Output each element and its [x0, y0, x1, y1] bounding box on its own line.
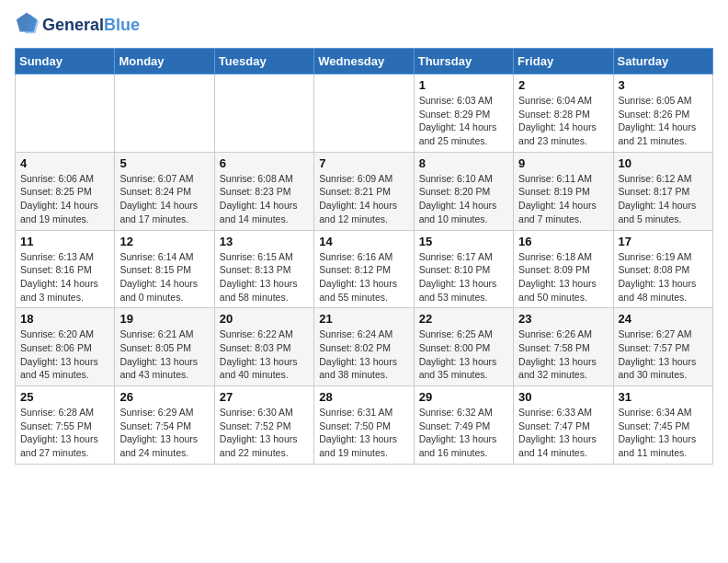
- day-info: Sunrise: 6:29 AM Sunset: 7:54 PM Dayligh…: [119, 406, 209, 460]
- day-info: Sunrise: 6:17 AM Sunset: 8:10 PM Dayligh…: [419, 250, 508, 304]
- day-number: 15: [419, 235, 508, 248]
- calendar-table: SundayMondayTuesdayWednesdayThursdayFrid…: [15, 48, 713, 465]
- day-number: 28: [319, 390, 408, 404]
- day-number: 4: [20, 156, 109, 170]
- header-day-tuesday: Tuesday: [214, 49, 313, 75]
- calendar-cell: 2Sunrise: 6:04 AM Sunset: 8:28 PM Daylig…: [514, 75, 613, 153]
- header-day-friday: Friday: [514, 49, 613, 75]
- day-info: Sunrise: 6:33 AM Sunset: 7:47 PM Dayligh…: [518, 406, 608, 460]
- calendar-cell: 16Sunrise: 6:18 AM Sunset: 8:09 PM Dayli…: [514, 230, 613, 308]
- calendar-cell: 6Sunrise: 6:08 AM Sunset: 8:23 PM Daylig…: [214, 152, 313, 230]
- day-number: 26: [119, 390, 209, 404]
- day-info: Sunrise: 6:24 AM Sunset: 8:02 PM Dayligh…: [319, 327, 408, 382]
- calendar-cell: 24Sunrise: 6:27 AM Sunset: 7:57 PM Dayli…: [613, 308, 712, 386]
- day-info: Sunrise: 6:15 AM Sunset: 8:13 PM Dayligh…: [220, 250, 309, 304]
- calendar-cell: 11Sunrise: 6:13 AM Sunset: 8:16 PM Dayli…: [16, 230, 115, 308]
- day-info: Sunrise: 6:20 AM Sunset: 8:06 PM Dayligh…: [20, 327, 109, 382]
- week-row-4: 18Sunrise: 6:20 AM Sunset: 8:06 PM Dayli…: [16, 308, 713, 386]
- day-info: Sunrise: 6:06 AM Sunset: 8:25 PM Dayligh…: [20, 172, 109, 226]
- calendar-body: 1Sunrise: 6:03 AM Sunset: 8:29 PM Daylig…: [16, 75, 713, 465]
- calendar-cell: 19Sunrise: 6:21 AM Sunset: 8:05 PM Dayli…: [115, 308, 214, 386]
- header-day-sunday: Sunday: [16, 49, 115, 75]
- calendar-cell: 31Sunrise: 6:34 AM Sunset: 7:45 PM Dayli…: [613, 386, 712, 465]
- calendar-cell: 18Sunrise: 6:20 AM Sunset: 8:06 PM Dayli…: [16, 308, 115, 386]
- logo-text: GeneralBlue: [42, 17, 140, 35]
- day-number: 12: [119, 235, 209, 248]
- week-row-2: 4Sunrise: 6:06 AM Sunset: 8:25 PM Daylig…: [16, 152, 713, 230]
- day-info: Sunrise: 6:21 AM Sunset: 8:05 PM Dayligh…: [119, 327, 209, 382]
- calendar-cell: 10Sunrise: 6:12 AM Sunset: 8:17 PM Dayli…: [613, 152, 712, 230]
- calendar-cell: 25Sunrise: 6:28 AM Sunset: 7:55 PM Dayli…: [16, 386, 115, 465]
- day-info: Sunrise: 6:09 AM Sunset: 8:21 PM Dayligh…: [319, 172, 408, 226]
- calendar-cell: 12Sunrise: 6:14 AM Sunset: 8:15 PM Dayli…: [115, 230, 214, 308]
- day-info: Sunrise: 6:26 AM Sunset: 7:58 PM Dayligh…: [518, 327, 608, 382]
- day-number: 19: [119, 312, 209, 326]
- day-info: Sunrise: 6:12 AM Sunset: 8:17 PM Dayligh…: [619, 172, 708, 226]
- day-number: 5: [119, 156, 209, 170]
- calendar-cell: 28Sunrise: 6:31 AM Sunset: 7:50 PM Dayli…: [314, 386, 414, 465]
- day-info: Sunrise: 6:31 AM Sunset: 7:50 PM Dayligh…: [319, 406, 408, 460]
- calendar-header: SundayMondayTuesdayWednesdayThursdayFrid…: [16, 49, 713, 75]
- day-number: 22: [419, 312, 508, 326]
- day-number: 20: [220, 312, 309, 326]
- day-number: 29: [419, 390, 508, 404]
- day-info: Sunrise: 6:08 AM Sunset: 8:23 PM Dayligh…: [220, 172, 309, 226]
- week-row-3: 11Sunrise: 6:13 AM Sunset: 8:16 PM Dayli…: [16, 230, 713, 308]
- day-number: 25: [20, 390, 109, 404]
- day-number: 14: [319, 235, 408, 248]
- day-number: 17: [619, 235, 708, 248]
- day-info: Sunrise: 6:28 AM Sunset: 7:55 PM Dayligh…: [20, 406, 109, 460]
- logo-icon: [15, 11, 40, 37]
- calendar-cell: 13Sunrise: 6:15 AM Sunset: 8:13 PM Dayli…: [214, 230, 313, 308]
- day-number: 18: [20, 312, 109, 326]
- day-info: Sunrise: 6:22 AM Sunset: 8:03 PM Dayligh…: [220, 327, 309, 382]
- calendar-cell: 5Sunrise: 6:07 AM Sunset: 8:24 PM Daylig…: [115, 152, 214, 230]
- day-info: Sunrise: 6:19 AM Sunset: 8:08 PM Dayligh…: [619, 250, 708, 304]
- day-info: Sunrise: 6:14 AM Sunset: 8:15 PM Dayligh…: [119, 250, 209, 304]
- calendar-cell: 30Sunrise: 6:33 AM Sunset: 7:47 PM Dayli…: [514, 386, 613, 465]
- calendar-cell: 7Sunrise: 6:09 AM Sunset: 8:21 PM Daylig…: [314, 152, 414, 230]
- calendar-cell: 20Sunrise: 6:22 AM Sunset: 8:03 PM Dayli…: [214, 308, 313, 386]
- calendar-cell: [16, 75, 115, 153]
- header-day-saturday: Saturday: [613, 49, 712, 75]
- day-number: 6: [220, 156, 309, 170]
- day-info: Sunrise: 6:16 AM Sunset: 8:12 PM Dayligh…: [319, 250, 408, 304]
- calendar-cell: 26Sunrise: 6:29 AM Sunset: 7:54 PM Dayli…: [115, 386, 214, 465]
- calendar-cell: 27Sunrise: 6:30 AM Sunset: 7:52 PM Dayli…: [214, 386, 313, 465]
- day-number: 2: [518, 78, 608, 92]
- day-number: 8: [419, 156, 508, 170]
- calendar-cell: [314, 75, 414, 153]
- day-number: 13: [220, 235, 309, 248]
- calendar-cell: 9Sunrise: 6:11 AM Sunset: 8:19 PM Daylig…: [514, 152, 613, 230]
- day-info: Sunrise: 6:25 AM Sunset: 8:00 PM Dayligh…: [419, 327, 508, 382]
- day-info: Sunrise: 6:05 AM Sunset: 8:26 PM Dayligh…: [619, 94, 708, 148]
- day-number: 10: [619, 156, 708, 170]
- day-info: Sunrise: 6:11 AM Sunset: 8:19 PM Dayligh…: [518, 172, 608, 226]
- calendar-cell: 29Sunrise: 6:32 AM Sunset: 7:49 PM Dayli…: [414, 386, 513, 465]
- logo: GeneralBlue: [15, 15, 140, 37]
- calendar-cell: 8Sunrise: 6:10 AM Sunset: 8:20 PM Daylig…: [414, 152, 513, 230]
- calendar-cell: 4Sunrise: 6:06 AM Sunset: 8:25 PM Daylig…: [16, 152, 115, 230]
- day-number: 24: [619, 312, 708, 326]
- header-day-thursday: Thursday: [414, 49, 513, 75]
- day-number: 1: [419, 78, 508, 92]
- calendar-cell: 22Sunrise: 6:25 AM Sunset: 8:00 PM Dayli…: [414, 308, 513, 386]
- day-number: 27: [220, 390, 309, 404]
- day-number: 3: [619, 78, 708, 92]
- day-number: 23: [518, 312, 608, 326]
- day-number: 9: [518, 156, 608, 170]
- day-number: 30: [518, 390, 608, 404]
- day-info: Sunrise: 6:30 AM Sunset: 7:52 PM Dayligh…: [220, 406, 309, 460]
- header-day-monday: Monday: [115, 49, 214, 75]
- day-number: 16: [518, 235, 608, 248]
- week-row-5: 25Sunrise: 6:28 AM Sunset: 7:55 PM Dayli…: [16, 386, 713, 465]
- calendar-cell: 21Sunrise: 6:24 AM Sunset: 8:02 PM Dayli…: [314, 308, 414, 386]
- calendar-cell: [115, 75, 214, 153]
- day-info: Sunrise: 6:34 AM Sunset: 7:45 PM Dayligh…: [619, 406, 708, 460]
- day-info: Sunrise: 6:10 AM Sunset: 8:20 PM Dayligh…: [419, 172, 508, 226]
- day-number: 31: [619, 390, 708, 404]
- day-number: 7: [319, 156, 408, 170]
- calendar-cell: 23Sunrise: 6:26 AM Sunset: 7:58 PM Dayli…: [514, 308, 613, 386]
- calendar-cell: [214, 75, 313, 153]
- day-info: Sunrise: 6:27 AM Sunset: 7:57 PM Dayligh…: [619, 327, 708, 382]
